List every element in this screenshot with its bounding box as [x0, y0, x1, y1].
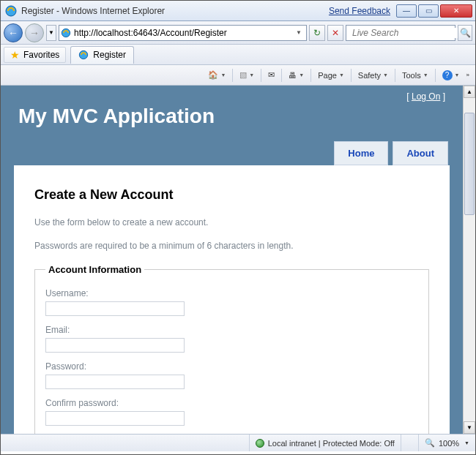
- address-bar[interactable]: ▼: [59, 25, 307, 41]
- scroll-track[interactable]: [464, 98, 475, 421]
- zoom-icon: 🔍: [425, 438, 435, 448]
- main-panel: Create a New Account Use the form below …: [14, 165, 450, 434]
- chevron-down-icon: ▼: [464, 440, 469, 445]
- email-input[interactable]: [45, 338, 185, 353]
- rss-icon: ▧: [239, 70, 247, 80]
- svg-point-2: [80, 50, 88, 59]
- favorites-button[interactable]: ★ Favorites: [4, 47, 66, 63]
- print-button[interactable]: 🖶▼: [285, 67, 308, 83]
- chevron-down-icon: ▼: [455, 72, 460, 78]
- search-box[interactable]: [346, 25, 455, 41]
- window-title: Register - Windows Internet Explorer: [21, 6, 165, 16]
- app-title: My MVC Application: [14, 102, 450, 141]
- nav-home[interactable]: Home: [334, 141, 388, 165]
- confirm-password-input[interactable]: [45, 411, 185, 426]
- ie-icon: [5, 5, 17, 17]
- ie-tab-icon: [78, 50, 89, 60]
- confirm-password-label: Confirm password:: [45, 398, 418, 408]
- favorites-bar: ★ Favorites Register: [1, 45, 475, 65]
- refresh-button[interactable]: ↻: [309, 25, 325, 41]
- username-label: Username:: [45, 288, 418, 298]
- username-input[interactable]: [45, 301, 185, 316]
- ie-page-icon: [61, 28, 71, 38]
- toolbar-overflow[interactable]: »: [465, 67, 471, 83]
- tab-label: Register: [93, 50, 126, 60]
- fieldset-legend: Account Information: [45, 264, 144, 275]
- chevron-down-icon: ▼: [423, 72, 428, 78]
- page-menu[interactable]: Page▼: [314, 67, 348, 83]
- chevron-down-icon: ▼: [249, 72, 254, 78]
- chevron-down-icon: ▼: [220, 72, 226, 78]
- nav-about[interactable]: About: [393, 141, 448, 165]
- password-note: Passwords are required to be a minimum o…: [34, 241, 429, 251]
- favorites-label: Favorites: [23, 50, 59, 60]
- maximize-button[interactable]: ▭: [418, 4, 439, 18]
- zoom-value: 100%: [439, 439, 459, 448]
- zone-text: Local intranet | Protected Mode: Off: [268, 439, 395, 448]
- scroll-up-button[interactable]: ▲: [464, 86, 475, 98]
- zone-icon: [256, 439, 264, 448]
- tools-menu[interactable]: Tools▼: [398, 67, 432, 83]
- read-mail-button[interactable]: ✉: [264, 67, 278, 83]
- print-icon: 🖶: [289, 71, 297, 80]
- safety-menu[interactable]: Safety▼: [354, 67, 392, 83]
- login-row: [ Log On ]: [14, 86, 450, 102]
- stop-button[interactable]: ✕: [327, 25, 343, 41]
- address-dropdown[interactable]: ▼: [293, 29, 305, 36]
- feeds-button[interactable]: ▧▼: [236, 67, 258, 83]
- password-label: Password:: [45, 361, 418, 372]
- help-icon: ?: [442, 70, 453, 80]
- status-bar: Local intranet | Protected Mode: Off 🔍 1…: [1, 434, 475, 451]
- chevron-down-icon: ▼: [299, 72, 304, 78]
- page-heading: Create a New Account: [34, 187, 429, 203]
- minimize-button[interactable]: —: [396, 4, 417, 18]
- command-bar: 🏠▼ ▧▼ ✉ 🖶▼ Page▼ Safety▼ Tools▼ ?▼ »: [1, 65, 475, 86]
- star-icon: ★: [10, 49, 20, 61]
- nav-tabs: Home About: [14, 141, 450, 165]
- send-feedback-link[interactable]: Send Feedback: [329, 6, 390, 16]
- vertical-scrollbar[interactable]: ▲ ▼: [463, 86, 475, 434]
- scroll-down-button[interactable]: ▼: [464, 421, 475, 434]
- forward-button[interactable]: →: [25, 23, 44, 42]
- chevron-down-icon: ▼: [339, 72, 344, 78]
- page-content: [ Log On ] My MVC Application Home About…: [1, 86, 463, 434]
- security-zone[interactable]: Local intranet | Protected Mode: Off: [249, 435, 401, 451]
- navigation-bar: ← → ▼ ▼ ↻ ✕ 🔍: [1, 21, 475, 45]
- svg-point-1: [62, 29, 70, 37]
- search-button[interactable]: 🔍: [458, 25, 472, 41]
- home-button[interactable]: 🏠▼: [204, 67, 229, 83]
- url-input[interactable]: [74, 26, 293, 40]
- nav-history-dropdown[interactable]: ▼: [46, 25, 56, 41]
- email-label: Email:: [45, 325, 418, 335]
- close-button[interactable]: ✕: [440, 4, 472, 18]
- viewport: [ Log On ] My MVC Application Home About…: [1, 86, 475, 434]
- help-button[interactable]: ?▼: [439, 67, 464, 83]
- password-input[interactable]: [45, 375, 185, 389]
- zoom-control[interactable]: 🔍 100% ▼: [418, 435, 475, 451]
- back-button[interactable]: ←: [4, 23, 23, 42]
- title-bar: Register - Windows Internet Explorer Sen…: [1, 1, 475, 21]
- account-fieldset: Account Information Username: Email: Pas…: [34, 264, 429, 434]
- log-on-link[interactable]: Log On: [412, 91, 440, 102]
- chevron-down-icon: ▼: [383, 72, 388, 78]
- scroll-thumb[interactable]: [464, 113, 475, 215]
- browser-tab[interactable]: Register: [70, 46, 134, 64]
- status-misc[interactable]: [401, 435, 418, 451]
- intro-text: Use the form below to create a new accou…: [34, 217, 429, 228]
- home-icon: 🏠: [208, 70, 218, 80]
- search-input[interactable]: [352, 28, 463, 38]
- mail-icon: ✉: [268, 70, 275, 80]
